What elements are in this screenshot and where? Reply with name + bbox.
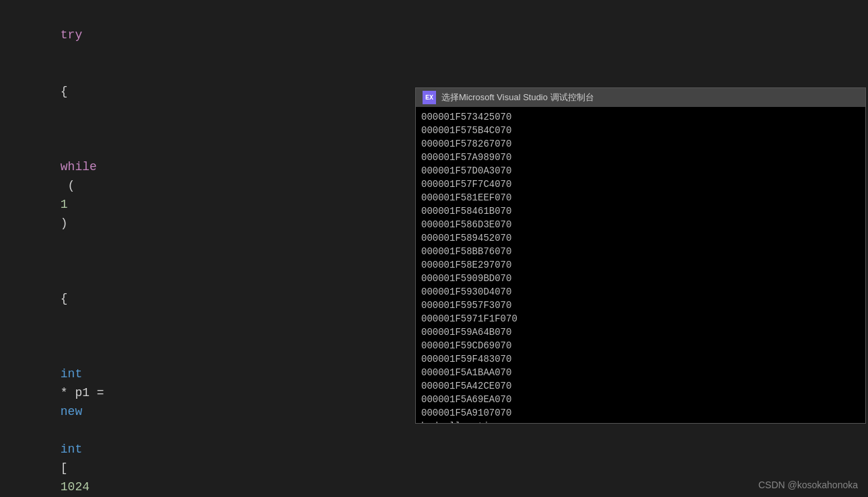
paren: ( [61, 179, 75, 192]
keyword-while: while [61, 160, 97, 174]
line-content: { [13, 252, 98, 327]
console-title: 选择Microsoft Visual Studio 调试控制台 [441, 91, 594, 104]
paren-close: ) [61, 217, 68, 230]
console-output: 000001F573425070 000001F575B4C070 000001… [421, 110, 860, 423]
code-line: try [0, 7, 868, 63]
keyword-new: new [61, 405, 82, 418]
line-content: int * p1 = new int [ 1024 * 10000 ]; [13, 327, 135, 497]
number-1: 1 [61, 198, 68, 211]
line-content: { [13, 63, 68, 120]
brace-open: { [61, 292, 68, 305]
line-content: try [13, 7, 82, 63]
num-1024: 1024 [61, 480, 89, 494]
console-window[interactable]: EX 选择Microsoft Visual Studio 调试控制台 00000… [415, 87, 866, 424]
decl: * p1 = [61, 386, 112, 399]
bracket: [ [61, 461, 68, 475]
brace-open: { [61, 85, 68, 98]
line-content: while ( 1 ) [13, 120, 98, 252]
watermark: CSDN @kosokahonoka [758, 480, 858, 490]
keyword-int2: int [61, 443, 82, 456]
keyword-try: try [61, 28, 82, 42]
bad-alloc-text: bad allocation [421, 421, 501, 423]
console-titlebar: EX 选择Microsoft Visual Studio 调试控制台 [416, 88, 865, 107]
keyword-int: int [61, 367, 82, 381]
space [61, 424, 68, 437]
console-app-icon: EX [423, 91, 436, 104]
console-body: 000001F573425070 000001F575B4C070 000001… [416, 107, 865, 423]
